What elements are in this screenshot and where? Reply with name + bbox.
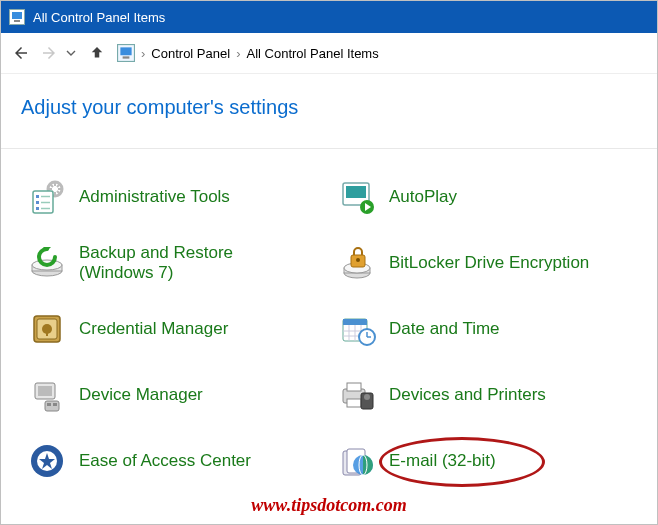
svg-rect-9 [36, 201, 39, 204]
item-ease-of-access[interactable]: Ease of Access Center [23, 437, 325, 485]
svg-rect-5 [123, 56, 130, 58]
item-administrative-tools[interactable]: Administrative Tools [23, 173, 325, 221]
date-time-icon [333, 305, 381, 353]
item-date-time[interactable]: Date and Time [333, 305, 635, 353]
chevron-right-icon[interactable]: › [234, 46, 242, 61]
autoplay-icon [333, 173, 381, 221]
backup-restore-icon [23, 239, 71, 287]
svg-point-24 [356, 258, 360, 262]
page-heading: Adjust your computer's settings [21, 96, 639, 119]
item-bitlocker[interactable]: BitLocker Drive Encryption [333, 239, 635, 287]
svg-rect-30 [343, 319, 367, 325]
svg-rect-40 [38, 386, 52, 396]
history-dropdown[interactable] [63, 48, 79, 58]
svg-rect-46 [347, 399, 361, 407]
navigation-bar: › Control Panel › All Control Panel Item… [1, 33, 657, 74]
item-label: BitLocker Drive Encryption [381, 253, 589, 273]
svg-rect-15 [346, 186, 366, 198]
window-title: All Control Panel Items [33, 10, 165, 25]
svg-rect-43 [53, 403, 57, 406]
breadcrumb-root[interactable]: Control Panel [147, 46, 234, 61]
bitlocker-icon [333, 239, 381, 287]
watermark-text: www.tipsdotcom.com [1, 495, 657, 516]
divider [1, 147, 657, 149]
control-panel-window: All Control Panel Items › Control Panel … [0, 0, 658, 525]
svg-rect-2 [14, 20, 20, 22]
item-email-32bit[interactable]: E-mail (32-bit) [333, 437, 635, 485]
administrative-tools-icon [23, 173, 71, 221]
item-label: AutoPlay [381, 187, 457, 207]
svg-rect-10 [36, 207, 39, 210]
credential-manager-icon [23, 305, 71, 353]
svg-rect-8 [36, 195, 39, 198]
email-icon [333, 437, 381, 485]
item-devices-printers[interactable]: Devices and Printers [333, 371, 635, 419]
ease-of-access-icon [23, 437, 71, 485]
address-bar[interactable]: › Control Panel › All Control Panel Item… [117, 39, 383, 67]
content-area: Adjust your computer's settings Administ… [1, 74, 657, 485]
svg-point-48 [364, 394, 370, 400]
item-label: E-mail (32-bit) [381, 451, 496, 471]
svg-rect-42 [47, 403, 51, 406]
forward-button[interactable] [35, 39, 63, 67]
svg-rect-1 [12, 12, 22, 19]
up-button[interactable] [83, 39, 111, 67]
item-backup-restore[interactable]: Backup and Restore (Windows 7) [23, 239, 325, 287]
breadcrumb-current[interactable]: All Control Panel Items [242, 46, 382, 61]
item-device-manager[interactable]: Device Manager [23, 371, 325, 419]
item-label: Backup and Restore (Windows 7) [71, 243, 309, 283]
address-icon [117, 44, 135, 62]
device-manager-icon [23, 371, 71, 419]
back-button[interactable] [7, 39, 35, 67]
item-label: Device Manager [71, 385, 203, 405]
item-credential-manager[interactable]: Credential Manager [23, 305, 325, 353]
svg-rect-4 [120, 47, 131, 55]
item-label: Ease of Access Center [71, 451, 251, 471]
svg-rect-45 [347, 383, 361, 391]
chevron-right-icon[interactable]: › [139, 46, 147, 61]
item-label: Administrative Tools [71, 187, 230, 207]
items-grid: Administrative Tools AutoPlay Backup and… [19, 173, 639, 485]
control-panel-icon [9, 9, 25, 25]
item-autoplay[interactable]: AutoPlay [333, 173, 635, 221]
item-label: Date and Time [381, 319, 500, 339]
item-label: Devices and Printers [381, 385, 546, 405]
item-label: Credential Manager [71, 319, 228, 339]
titlebar: All Control Panel Items [1, 1, 657, 33]
devices-printers-icon [333, 371, 381, 419]
svg-rect-28 [46, 329, 48, 336]
